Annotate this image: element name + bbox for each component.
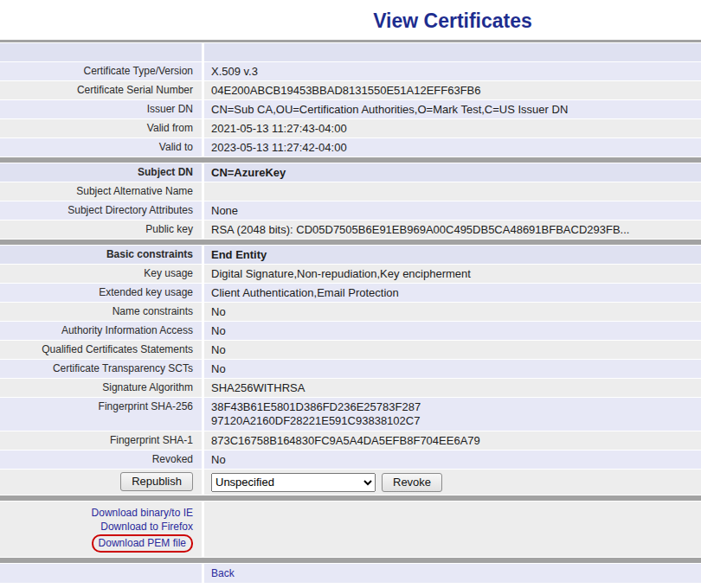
row-fingerprint-sha1: Fingerprint SHA-1 873C16758B164830FC9A5A… xyxy=(0,431,701,450)
subject-dn-value: CN=AzureKey xyxy=(204,163,701,182)
name-constraints-value: No xyxy=(204,303,701,321)
row-certificate-type-version: Certificate Type/Version X.509 v.3 xyxy=(0,62,701,80)
section-separator-subject xyxy=(0,157,701,163)
public-key-label: Public key xyxy=(0,220,202,239)
valid-to-value: 2023-05-13 11:27:42-04:00 xyxy=(204,138,701,157)
valid-from-value: 2021-05-13 11:27:43-04:00 xyxy=(204,119,701,137)
download-pem-link[interactable]: Download PEM file xyxy=(99,536,186,550)
revoked-value: No xyxy=(204,451,701,469)
downloads-empty-cell xyxy=(204,502,701,557)
revoke-button[interactable]: Revoke xyxy=(382,473,442,492)
fingerprint-sha256-value: 38F43B61E5801D386FD236E25783F287 97120A2… xyxy=(204,398,701,431)
fingerprint-sha256-line1: 38F43B61E5801D386FD236E25783F287 xyxy=(211,400,694,414)
row-certificate-transparency-scts: Certificate Transparency SCTs No xyxy=(0,360,701,378)
row-public-key: Public key RSA (2048 bits): CD05D7505B6E… xyxy=(0,220,701,239)
pem-highlight-annotation: Download PEM file xyxy=(92,534,193,553)
basic-constraints-label: Basic constraints xyxy=(0,246,202,264)
header-empty-value xyxy=(204,43,701,61)
revoked-label: Revoked xyxy=(0,451,202,469)
valid-to-label: Valid to xyxy=(0,138,202,157)
row-certificate-serial-number: Certificate Serial Number 04E200ABCB1945… xyxy=(0,81,701,99)
row-actions: Republish Unspecified Revoke xyxy=(0,470,701,495)
row-qualified-certificates-statements: Qualified Certificates Statements No xyxy=(0,341,701,359)
certificate-transparency-scts-value: No xyxy=(204,360,701,378)
section-separator-top xyxy=(0,40,701,42)
republish-button[interactable]: Republish xyxy=(120,472,193,491)
authority-information-access-label: Authority Information Access xyxy=(0,322,202,340)
issuer-dn-label: Issuer DN xyxy=(0,100,202,118)
subject-dn-label: Subject DN xyxy=(0,163,202,182)
row-subject-alternative-name: Subject Alternative Name xyxy=(0,182,701,201)
section-separator-constraints xyxy=(0,240,701,245)
row-issuer-dn: Issuer DN CN=Sub CA,OU=Certification Aut… xyxy=(0,100,701,118)
page-title: View Certificates xyxy=(204,0,701,40)
certificate-serial-number-value: 04E200ABCB19453BBAD8131550E51A12EFF63FB6 xyxy=(204,81,701,99)
back-cell: Back xyxy=(204,564,701,583)
row-basic-constraints: Basic constraints End Entity xyxy=(0,246,701,264)
certificate-type-version-label: Certificate Type/Version xyxy=(0,62,202,80)
certificate-transparency-scts-label: Certificate Transparency SCTs xyxy=(0,360,202,378)
qualified-certificates-statements-label: Qualified Certificates Statements xyxy=(0,341,202,359)
row-valid-to: Valid to 2023-05-13 11:27:42-04:00 xyxy=(0,138,701,157)
certificate-type-version-value: X.509 v.3 xyxy=(204,62,701,80)
signature-algorithm-value: SHA256WITHRSA xyxy=(204,379,701,397)
fingerprint-sha256-line2: 97120A2160DF28221E591C93838102C7 xyxy=(211,414,694,428)
download-binary-ie-link[interactable]: Download binary/to IE xyxy=(7,506,193,520)
republish-cell: Republish xyxy=(0,470,202,495)
subject-alternative-name-value xyxy=(204,182,701,201)
row-downloads: Download binary/to IE Download to Firefo… xyxy=(0,502,701,557)
row-fingerprint-sha256: Fingerprint SHA-256 38F43B61E5801D386FD2… xyxy=(0,398,701,431)
subject-directory-attributes-value: None xyxy=(204,201,701,220)
certificate-table: Certificate Type/Version X.509 v.3 Certi… xyxy=(0,40,701,583)
row-key-usage: Key usage Digital Signature,Non-repudiat… xyxy=(0,265,701,283)
valid-from-label: Valid from xyxy=(0,119,202,137)
row-subject-dn: Subject DN CN=AzureKey xyxy=(0,163,701,182)
subject-alternative-name-label: Subject Alternative Name xyxy=(0,182,202,201)
subject-directory-attributes-label: Subject Directory Attributes xyxy=(0,201,202,220)
section-separator-back xyxy=(0,558,701,563)
row-valid-from: Valid from 2021-05-13 11:27:43-04:00 xyxy=(0,119,701,137)
row-authority-information-access: Authority Information Access No xyxy=(0,322,701,340)
basic-constraints-value: End Entity xyxy=(204,246,701,264)
section-separator-downloads xyxy=(0,495,701,501)
row-signature-algorithm: Signature Algorithm SHA256WITHRSA xyxy=(0,379,701,397)
revocation-reason-select[interactable]: Unspecified xyxy=(211,473,376,492)
downloads-cell: Download binary/to IE Download to Firefo… xyxy=(0,502,202,557)
download-firefox-link[interactable]: Download to Firefox xyxy=(7,520,193,534)
fingerprint-sha256-label: Fingerprint SHA-256 xyxy=(0,398,202,431)
view-certificates-page: View Certificates Certificate Type/Versi… xyxy=(0,0,701,583)
name-constraints-label: Name constraints xyxy=(0,303,202,321)
header-empty-label xyxy=(0,43,202,61)
qualified-certificates-statements-value: No xyxy=(204,341,701,359)
revoke-cell: Unspecified Revoke xyxy=(204,470,701,495)
fingerprint-sha1-label: Fingerprint SHA-1 xyxy=(0,431,202,450)
authority-information-access-value: No xyxy=(204,322,701,340)
extended-key-usage-label: Extended key usage xyxy=(0,284,202,302)
extended-key-usage-value: Client Authentication,Email Protection xyxy=(204,284,701,302)
public-key-value: RSA (2048 bits): CD05D7505B6E91EB969A00C… xyxy=(204,220,701,239)
row-extended-key-usage: Extended key usage Client Authentication… xyxy=(0,284,701,302)
certificate-serial-number-label: Certificate Serial Number xyxy=(0,81,202,99)
row-subject-directory-attributes: Subject Directory Attributes None xyxy=(0,201,701,220)
row-name-constraints: Name constraints No xyxy=(0,303,701,321)
key-usage-label: Key usage xyxy=(0,265,202,283)
key-usage-value: Digital Signature,Non-repudiation,Key en… xyxy=(204,265,701,283)
signature-algorithm-label: Signature Algorithm xyxy=(0,379,202,397)
issuer-dn-value: CN=Sub CA,OU=Certification Authorities,O… xyxy=(204,100,701,118)
back-empty-cell xyxy=(0,564,202,583)
row-revoked: Revoked No xyxy=(0,451,701,469)
row-back: Back xyxy=(0,564,701,583)
row-table-header xyxy=(0,43,701,61)
fingerprint-sha1-value: 873C16758B164830FC9A5A4DA5EFB8F704EE6A79 xyxy=(204,431,701,450)
back-link[interactable]: Back xyxy=(211,567,235,579)
